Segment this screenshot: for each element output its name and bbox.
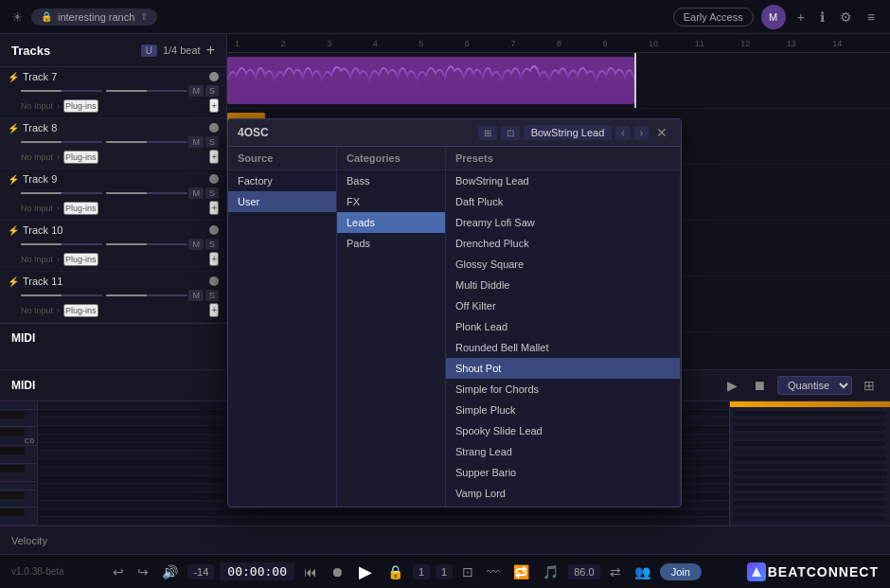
midi-stop-btn[interactable]: ⏹ — [749, 376, 770, 395]
preset-rounded-bell-mallet[interactable]: Rounded Bell Mallet — [446, 337, 680, 358]
track-7-input-arrow[interactable]: › — [57, 101, 60, 111]
piano-key-black[interactable] — [0, 465, 25, 472]
track-11-pan[interactable] — [106, 294, 187, 296]
wave-btn[interactable]: 〰 — [483, 562, 504, 581]
pattern-block-7[interactable] — [227, 57, 634, 104]
track-8-add[interactable]: + — [209, 150, 219, 164]
popup-nav-right[interactable]: › — [634, 126, 649, 140]
popup-prev-btn[interactable]: ⊞ — [478, 126, 497, 140]
track-9-slider[interactable] — [21, 192, 102, 194]
preset-plonk-lead[interactable]: Plonk Lead — [446, 316, 680, 337]
track-8-plugins[interactable]: Plug-ins — [63, 151, 98, 164]
preset-glossy-square[interactable]: Glossy Square — [446, 254, 680, 275]
preset-strang-lead[interactable]: Strang Lead — [446, 441, 680, 462]
track-8-slider[interactable] — [21, 141, 102, 143]
info-button[interactable]: ℹ — [816, 8, 828, 27]
popup-cat-bass[interactable]: Bass — [337, 170, 445, 191]
track-7-solo[interactable]: S — [205, 85, 219, 97]
piano-key-black[interactable] — [0, 428, 25, 436]
preset-daft-pluck[interactable]: Daft Pluck — [446, 191, 680, 212]
track-11-input-arrow[interactable]: › — [57, 306, 60, 315]
track-7-mute[interactable]: M — [188, 85, 204, 97]
play-btn[interactable]: ▶ — [353, 560, 378, 584]
midi-grid-btn[interactable]: ⊞ — [860, 376, 879, 395]
undo-badge[interactable]: U — [141, 45, 157, 57]
preset-supper-bario[interactable]: Supper Bario — [446, 462, 680, 483]
sync-btn[interactable]: ⇄ — [606, 562, 625, 581]
track-9-input-arrow[interactable]: › — [57, 204, 60, 213]
popup-copy-btn[interactable]: ⊡ — [501, 126, 520, 140]
midi-orange-bar[interactable] — [38, 419, 246, 426]
track-9-add[interactable]: + — [209, 201, 219, 215]
popup-cat-fx[interactable]: FX — [337, 191, 445, 212]
piano-key-white[interactable] — [0, 500, 37, 508]
track-11-slider[interactable] — [21, 294, 102, 296]
avatar-button[interactable]: M — [761, 5, 786, 29]
track-10-slider[interactable] — [21, 243, 102, 245]
popup-cat-leads[interactable]: Leads — [337, 212, 445, 233]
preset-bowstring-lead[interactable]: BowString Lead — [446, 170, 680, 191]
undo-button[interactable]: ↩ — [109, 562, 128, 581]
preset-vamp-lord[interactable]: Vamp Lord — [446, 483, 680, 504]
beat-selector[interactable]: 1/4 beat — [163, 45, 201, 56]
track-7-add[interactable]: + — [209, 98, 219, 113]
track-10-solo[interactable]: S — [205, 239, 219, 250]
piano-key-white[interactable] — [0, 482, 37, 490]
track-10-input-arrow[interactable]: › — [57, 255, 60, 264]
piano-key-white[interactable] — [0, 517, 37, 526]
preset-off-kilter[interactable]: Off Kilter — [446, 295, 680, 316]
collab-btn[interactable]: 👥 — [631, 562, 654, 581]
add-track-button[interactable]: + — [206, 42, 215, 59]
preset-simple-for-chords[interactable]: Simple for Chords — [446, 379, 680, 400]
preset-dreamy-lofi-saw[interactable]: Dreamy Lofi Saw — [446, 212, 680, 233]
preset-drenched-pluck[interactable]: Drenched Pluck — [446, 233, 680, 254]
piano-key-black[interactable] — [0, 447, 25, 454]
popup-cat-pads[interactable]: Pads — [337, 233, 445, 254]
midi-play-btn[interactable]: ▶ — [723, 376, 741, 395]
join-button[interactable]: Join — [660, 563, 702, 580]
midi-green-bar[interactable] — [38, 409, 246, 417]
volume-button[interactable]: 🔊 — [158, 562, 182, 581]
clip-btn[interactable]: ⊡ — [458, 562, 477, 581]
track-11-solo[interactable]: S — [205, 290, 219, 301]
preset-shout-pot[interactable]: Shout Pot — [446, 358, 680, 379]
piano-key-white[interactable] — [0, 473, 37, 482]
track-11-mute[interactable]: M — [188, 290, 204, 301]
track-9-solo[interactable]: S — [205, 187, 219, 199]
track-10-plugins[interactable]: Plug-ins — [63, 253, 98, 266]
menu-button[interactable]: ≡ — [863, 8, 879, 27]
track-8-pan[interactable] — [106, 141, 187, 143]
loop-btn[interactable]: 🔁 — [509, 562, 533, 581]
preset-simple-pluck[interactable]: Simple Pluck — [446, 400, 680, 420]
lock-btn[interactable]: 🔒 — [383, 562, 407, 581]
track-7-pan[interactable] — [106, 90, 187, 92]
track-9-pan[interactable] — [106, 192, 187, 194]
popup-close-button[interactable]: ✕ — [652, 125, 671, 140]
preset-spooky-slide-lead[interactable]: Spooky Slide Lead — [446, 420, 680, 441]
track-9-plugins[interactable]: Plug-ins — [63, 202, 98, 215]
track-8-input-arrow[interactable]: › — [57, 152, 60, 162]
skip-back-btn[interactable]: ⏮ — [300, 562, 321, 581]
popup-source-user[interactable]: User — [228, 191, 336, 212]
piano-key-black[interactable] — [0, 411, 25, 419]
track-7-plugins[interactable]: Plug-ins — [63, 99, 98, 113]
piano-key-black[interactable] — [0, 491, 25, 499]
early-access-button[interactable]: Early Access — [673, 8, 754, 27]
track-10-pan[interactable] — [106, 243, 187, 245]
track-7-slider[interactable] — [21, 90, 102, 92]
piano-key-black[interactable] — [0, 508, 25, 516]
track-9-mute[interactable]: M — [188, 187, 204, 199]
metronome-btn[interactable]: 🎵 — [539, 562, 562, 581]
track-8-mute[interactable]: M — [188, 136, 204, 148]
piano-key-white[interactable] — [0, 455, 37, 464]
piano-key-white[interactable] — [0, 419, 37, 428]
redo-button[interactable]: ↪ — [134, 562, 152, 581]
track-11-add[interactable]: + — [209, 303, 219, 317]
preset-wide-saw-pluck[interactable]: Wide Saw Pluck — [446, 504, 680, 507]
popup-nav-left[interactable]: ‹ — [615, 126, 630, 140]
quantise-select[interactable]: Quantise — [777, 376, 852, 395]
piano-key-c0[interactable]: C0 — [0, 437, 37, 446]
track-10-add[interactable]: + — [209, 252, 219, 266]
tab-pill[interactable]: 🔒 interesting ranch ⇧ — [31, 9, 157, 26]
popup-source-factory[interactable]: Factory — [228, 170, 336, 191]
